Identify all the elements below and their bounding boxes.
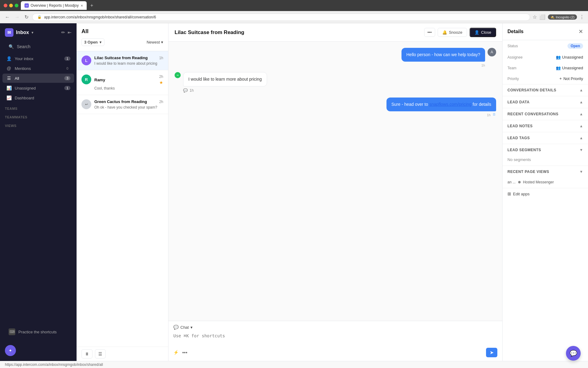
your-inbox-badge: 1 xyxy=(64,56,70,61)
team-value[interactable]: 👥 Unassigned xyxy=(556,66,583,70)
lead-tags-title: LEAD TAGS xyxy=(507,136,530,140)
sort-button[interactable]: Newest ▾ xyxy=(147,40,163,44)
assignee-value[interactable]: 👥 Unassigned xyxy=(556,55,583,59)
lead-segments-section: LEAD SEGMENTS ▼ No segments xyxy=(503,144,588,166)
chat-messages: Hello person - how can we help today? 1h… xyxy=(168,42,502,321)
lead-data-chevron: ▲ xyxy=(579,100,583,104)
close-icon: 👤 xyxy=(474,30,479,35)
sidebar: ✉ Inbox ▾ ✏ ⇤ 🔍 Search 👤 Your inbox xyxy=(0,23,77,361)
address-bar[interactable]: 🔒 app.intercom.com/a/inbox/nnsgmgob/inbo… xyxy=(32,13,530,21)
recent-page-views-chevron: ▼ xyxy=(579,170,583,174)
chat-fab-button[interactable]: 💬 xyxy=(566,346,581,361)
sidebar-item-all[interactable]: ☰ All 3 xyxy=(2,74,74,83)
filter-dropdown-icon: ▾ xyxy=(100,40,102,44)
chat-input-area: 💬 Chat ▾ ⚡ ••• ➤ xyxy=(168,321,502,361)
maximize-dot[interactable] xyxy=(15,4,18,7)
recent-conversations-header[interactable]: RECENT CONVERSATIONS ▲ xyxy=(503,108,588,120)
close-dot[interactable] xyxy=(4,4,7,7)
status-value[interactable]: Open xyxy=(567,43,583,49)
conversation-details-title: CONVERSATION DETAILS xyxy=(507,88,556,92)
conversation-item-3[interactable]: ↩ Green Cactus from Reading 2h Oh ok - h… xyxy=(77,95,168,114)
chat-actions: ••• 🔔 Snooze 👤 Close xyxy=(424,28,496,37)
pricing-link[interactable]: snapflows.com/pricing xyxy=(429,102,472,107)
conv-list-filters: 3 Open ▾ Newest ▾ xyxy=(81,38,163,46)
send-button[interactable]: ➤ xyxy=(486,348,497,357)
lead-notes-header[interactable]: LEAD NOTES ▲ xyxy=(503,120,588,132)
minimize-dot[interactable] xyxy=(9,4,13,7)
search-label: Search xyxy=(17,44,30,49)
more-options-button[interactable]: ••• xyxy=(424,28,435,37)
bookmark-icon[interactable]: ☆ xyxy=(533,14,537,20)
snooze-label: Snooze xyxy=(449,30,462,35)
compose-icon[interactable]: ✏ xyxy=(61,30,65,35)
views-section-title: VIEWS xyxy=(0,120,77,129)
page-dot xyxy=(518,181,521,183)
conv-time-1: 1h xyxy=(159,56,163,60)
forward-button[interactable]: → xyxy=(13,13,21,21)
conversation-item-1[interactable]: L Lilac Suitcase from Reading 1h I would… xyxy=(77,51,168,70)
search-item[interactable]: 🔍 Search xyxy=(5,42,72,52)
browser-dots xyxy=(4,4,18,7)
conversation-details-chevron: ▲ xyxy=(579,88,583,92)
priority-value[interactable]: ✦ Not Priority xyxy=(559,76,583,81)
back-button[interactable]: ← xyxy=(4,13,11,21)
new-tab-button[interactable]: + xyxy=(90,3,93,8)
chat-panel: Lilac Suitcase from Reading ••• 🔔 Snooze… xyxy=(168,23,502,361)
browser-tab[interactable]: M Overview | Reports | Moodjoy ✕ xyxy=(21,1,87,10)
lock-icon: 🔒 xyxy=(37,15,42,19)
lightning-icon[interactable]: ⚡ xyxy=(173,350,179,355)
team-label: Team xyxy=(507,66,516,70)
lead-segments-chevron: ▼ xyxy=(579,148,583,152)
team-row: Team 👥 Unassigned xyxy=(503,63,588,73)
chat-more-options-button[interactable]: ••• xyxy=(182,350,187,355)
practice-shortcuts-item[interactable]: ⌨ Practice the shortcuts xyxy=(5,326,72,338)
browser-chrome: M Overview | Reports | Moodjoy ✕ + xyxy=(0,0,588,11)
open-count: 3 Open xyxy=(84,40,98,44)
details-header: Details ✕ xyxy=(503,23,588,40)
lead-segments-header[interactable]: LEAD SEGMENTS ▼ xyxy=(503,144,588,156)
snooze-button[interactable]: 🔔 Snooze xyxy=(438,28,467,37)
extension-icon[interactable]: ⬜ xyxy=(539,14,545,20)
assignee-icon: 👥 xyxy=(556,55,561,59)
sidebar-item-unassigned[interactable]: 📊 Unassigned 1 xyxy=(2,83,74,93)
chat-mode-selector[interactable]: 💬 Chat ▾ xyxy=(173,325,497,330)
edit-apps-button[interactable]: ⊞ Edit apps xyxy=(503,188,588,199)
your-inbox-label: Your inbox xyxy=(15,56,33,61)
app-container: ✉ Inbox ▾ ✏ ⇤ 🔍 Search 👤 Your inbox xyxy=(0,23,588,361)
inbox-dropdown-icon[interactable]: ▾ xyxy=(32,31,33,35)
recent-page-views-header[interactable]: RECENT PAGE VIEWS ▼ xyxy=(503,166,588,178)
inbox-icon: ✉ xyxy=(5,28,13,37)
lead-data-header[interactable]: LEAD DATA ▲ xyxy=(503,96,588,108)
lead-tags-header[interactable]: LEAD TAGS ▲ xyxy=(503,132,588,144)
sidebar-item-mentions[interactable]: @ Mentions 0 xyxy=(2,64,74,73)
tab-close-button[interactable]: ✕ xyxy=(81,4,83,7)
chat-mode-dropdown-icon: ▾ xyxy=(190,325,193,330)
menu-icon[interactable]: ⋮ xyxy=(579,14,584,20)
all-icon: ☰ xyxy=(6,76,12,81)
lead-data-section: LEAD DATA ▲ xyxy=(503,96,588,108)
incognito-badge[interactable]: 🕵 Incognito (2) xyxy=(548,14,577,20)
chat-bubble-icon: 💬 xyxy=(183,88,188,93)
chat-text-input[interactable] xyxy=(173,332,497,344)
conversation-item-2[interactable]: R Ramy 2h ★ Cool, thanks xyxy=(77,70,168,95)
sidebar-item-your-inbox[interactable]: 👤 Your inbox 1 xyxy=(2,54,74,63)
message-bubble-1: Hello person - how can we help today? xyxy=(401,48,485,62)
filter-open-button[interactable]: 3 Open ▾ xyxy=(81,38,104,46)
priority-label: Priority xyxy=(507,77,519,81)
user-avatar[interactable]: ✦ xyxy=(5,345,16,356)
close-button[interactable]: 👤 Close xyxy=(469,28,496,37)
lead-notes-title: LEAD NOTES xyxy=(507,124,533,128)
recent-conversations-title: RECENT CONVERSATIONS xyxy=(507,112,558,116)
pause-button[interactable]: ⏸ xyxy=(81,349,92,358)
reload-button[interactable]: ↻ xyxy=(23,13,30,21)
sidebar-item-dashboard[interactable]: 📈 Dashboard xyxy=(2,93,74,102)
conversation-details-header[interactable]: CONVERSATION DETAILS ▲ xyxy=(503,84,588,96)
conv-avatar-3: ↩ xyxy=(81,99,91,109)
collapse-icon[interactable]: ⇤ xyxy=(68,30,72,35)
chat-header: Lilac Suitcase from Reading ••• 🔔 Snooze… xyxy=(168,23,502,42)
conv-list-header: All 3 Open ▾ Newest ▾ xyxy=(77,23,168,51)
edit-apps-icon: ⊞ xyxy=(507,191,511,196)
list-button[interactable]: ☰ xyxy=(95,349,106,358)
details-close-button[interactable]: ✕ xyxy=(579,28,583,35)
priority-icon: ✦ xyxy=(559,76,562,81)
